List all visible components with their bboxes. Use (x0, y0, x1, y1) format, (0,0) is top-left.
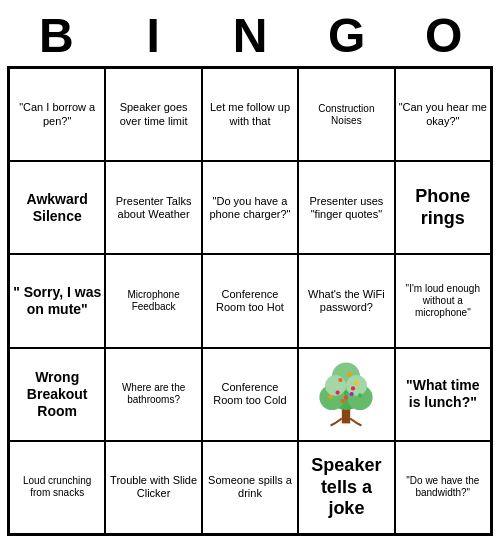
cell-text-22: Someone spills a drink (206, 474, 294, 500)
bingo-grid: "Can I borrow a pen?"Speaker goes over t… (7, 66, 493, 536)
svg-point-15 (341, 399, 345, 403)
bingo-cell-7[interactable]: "Do you have a phone charger?" (202, 161, 298, 254)
bingo-cell-10[interactable]: " Sorry, I was on mute" (9, 254, 105, 347)
bingo-cell-22[interactable]: Someone spills a drink (202, 441, 298, 534)
bingo-cell-15[interactable]: Wrong Breakout Room (9, 348, 105, 441)
svg-point-8 (348, 372, 352, 376)
bingo-cell-23[interactable]: Speaker tells a joke (298, 441, 394, 534)
bingo-cell-16[interactable]: Where are the bathrooms? (105, 348, 201, 441)
cell-text-6: Presenter Talks about Weather (109, 195, 197, 221)
letter-b: B (16, 12, 96, 60)
bingo-cell-13[interactable]: What's the WiFi password? (298, 254, 394, 347)
cell-text-17: Conference Room too Cold (206, 381, 294, 407)
bingo-cell-20[interactable]: Loud crunching from snacks (9, 441, 105, 534)
bingo-cell-1[interactable]: Speaker goes over time limit (105, 68, 201, 161)
bingo-cell-12[interactable]: Conference Room too Hot (202, 254, 298, 347)
bingo-cell-6[interactable]: Presenter Talks about Weather (105, 161, 201, 254)
cell-text-24: "Do we have the bandwidth?" (399, 475, 487, 499)
cell-text-11: Microphone Feedback (109, 289, 197, 313)
cell-text-4: "Can you hear me okay?" (399, 101, 487, 127)
svg-point-6 (346, 375, 367, 396)
svg-point-11 (350, 392, 354, 396)
bingo-cell-8[interactable]: Presenter uses "finger quotes" (298, 161, 394, 254)
bingo-cell-0[interactable]: "Can I borrow a pen?" (9, 68, 105, 161)
bingo-cell-18[interactable] (298, 348, 394, 441)
cell-text-5: Awkward Silence (13, 191, 101, 225)
bingo-cell-19[interactable]: "What time is lunch?" (395, 348, 491, 441)
bingo-cell-2[interactable]: Let me follow up with that (202, 68, 298, 161)
cell-text-21: Trouble with Slide Clicker (109, 474, 197, 500)
bingo-cell-4[interactable]: "Can you hear me okay?" (395, 68, 491, 161)
bingo-cell-24[interactable]: "Do we have the bandwidth?" (395, 441, 491, 534)
cell-text-10: " Sorry, I was on mute" (13, 284, 101, 318)
cell-text-14: "I'm loud enough without a microphone" (399, 283, 487, 319)
cell-text-1: Speaker goes over time limit (109, 101, 197, 127)
bingo-cell-11[interactable]: Microphone Feedback (105, 254, 201, 347)
cell-text-3: Construction Noises (302, 103, 390, 127)
bingo-header: B I N G O (8, 8, 492, 66)
svg-rect-0 (342, 408, 350, 423)
bingo-cell-3[interactable]: Construction Noises (298, 68, 394, 161)
bingo-cell-21[interactable]: Trouble with Slide Clicker (105, 441, 201, 534)
cell-text-13: What's the WiFi password? (302, 288, 390, 314)
bingo-cell-9[interactable]: Phone rings (395, 161, 491, 254)
svg-point-16 (351, 386, 355, 390)
cell-text-9: Phone rings (399, 186, 487, 229)
cell-text-15: Wrong Breakout Room (13, 369, 101, 419)
cell-text-12: Conference Room too Hot (206, 288, 294, 314)
letter-g: G (307, 12, 387, 60)
letter-n: N (210, 12, 290, 60)
letter-i: I (113, 12, 193, 60)
letter-o: O (404, 12, 484, 60)
cell-text-2: Let me follow up with that (206, 101, 294, 127)
svg-point-9 (355, 382, 359, 386)
svg-point-13 (329, 395, 333, 399)
svg-point-7 (339, 378, 343, 382)
cell-text-23: Speaker tells a joke (302, 455, 390, 520)
cell-text-16: Where are the bathrooms? (109, 382, 197, 406)
bingo-cell-5[interactable]: Awkward Silence (9, 161, 105, 254)
cell-text-8: Presenter uses "finger quotes" (302, 195, 390, 221)
svg-point-10 (336, 391, 340, 395)
bingo-cell-14[interactable]: "I'm loud enough without a microphone" (395, 254, 491, 347)
cell-text-7: "Do you have a phone charger?" (206, 195, 294, 221)
cell-text-20: Loud crunching from snacks (13, 475, 101, 499)
svg-point-12 (344, 396, 348, 400)
cell-text-19: "What time is lunch?" (399, 377, 487, 411)
svg-point-5 (325, 375, 346, 396)
cell-text-0: "Can I borrow a pen?" (13, 101, 101, 127)
svg-point-14 (358, 393, 362, 397)
bingo-cell-17[interactable]: Conference Room too Cold (202, 348, 298, 441)
